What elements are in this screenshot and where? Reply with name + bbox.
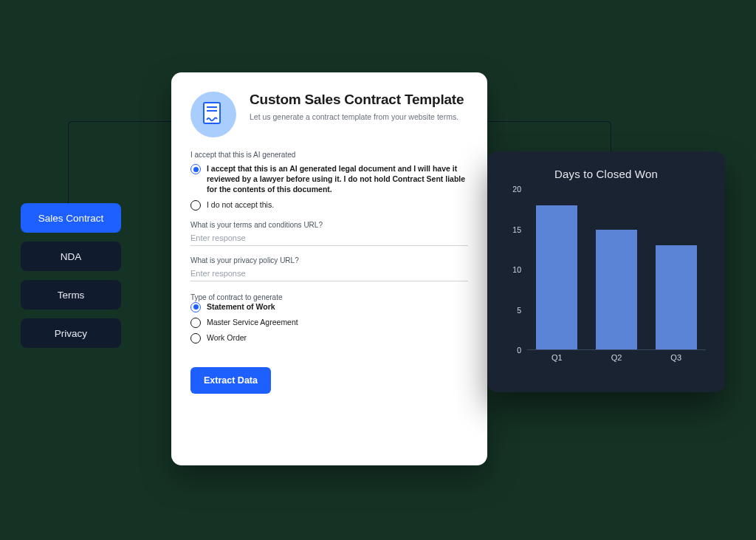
sidebar-item-sales-contract[interactable]: Sales Contract xyxy=(21,203,121,233)
radio-icon[interactable] xyxy=(190,333,201,344)
x-tick: Q3 xyxy=(646,353,706,366)
contract-type-option-2[interactable]: Master Service Agreement xyxy=(190,317,468,328)
radio-label: Work Order xyxy=(207,332,247,343)
radio-label: Master Service Agreement xyxy=(207,317,298,327)
privacy-url-input[interactable] xyxy=(190,264,468,281)
accept-option-1[interactable]: I accept that this is an AI generated le… xyxy=(190,163,468,195)
sidebar-item-privacy[interactable]: Privacy xyxy=(21,318,121,348)
chart-bar xyxy=(596,230,637,351)
radio-icon[interactable] xyxy=(190,318,201,328)
chart-card: Days to Closed Won 05101520 Q1Q2Q3 xyxy=(487,151,725,392)
x-axis-labels: Q1Q2Q3 xyxy=(527,353,706,366)
sidebar-item-label: Terms xyxy=(58,290,85,301)
x-tick: Q1 xyxy=(527,353,587,366)
chart-bar xyxy=(536,205,577,350)
y-tick: 10 xyxy=(512,265,521,274)
sidebar-item-nda[interactable]: NDA xyxy=(21,242,121,271)
connector-left xyxy=(68,121,173,207)
page-subtitle: Let us generate a contract template from… xyxy=(250,112,464,123)
contract-type-option-1[interactable]: Statement of Work xyxy=(190,301,468,312)
sidebar-item-label: Privacy xyxy=(55,328,87,339)
card-header: Custom Sales Contract Template Let us ge… xyxy=(190,92,468,137)
radio-label: I do not accept this. xyxy=(207,199,274,210)
terms-url-input[interactable] xyxy=(190,229,468,246)
form-card: Custom Sales Contract Template Let us ge… xyxy=(171,72,487,465)
sidebar-item-label: Sales Contract xyxy=(38,213,104,224)
radio-icon[interactable] xyxy=(190,200,201,211)
radio-icon[interactable] xyxy=(190,302,201,312)
radio-label: Statement of Work xyxy=(207,301,275,312)
y-tick: 0 xyxy=(517,346,521,355)
sidebar-item-label: NDA xyxy=(61,251,82,262)
radio-icon[interactable] xyxy=(190,164,201,174)
sidebar-item-terms[interactable]: Terms xyxy=(21,280,121,310)
button-label: Extract Data xyxy=(204,375,258,386)
chart-bar xyxy=(656,245,697,350)
page-title: Custom Sales Contract Template xyxy=(250,92,464,108)
extract-data-button[interactable]: Extract Data xyxy=(190,367,271,394)
privacy-url-label: What is your privacy policy URL? xyxy=(190,256,468,264)
baseline xyxy=(527,349,706,350)
plot-area xyxy=(527,189,706,350)
x-tick: Q2 xyxy=(587,353,647,366)
contract-type-option-3[interactable]: Work Order xyxy=(190,332,468,344)
accept-section-label: I accept that this is AI generated xyxy=(190,151,468,159)
accept-option-2[interactable]: I do not accept this. xyxy=(190,199,468,211)
y-tick: 20 xyxy=(512,185,521,194)
contract-type-label: Type of contract to generate xyxy=(190,293,468,301)
chart-title: Days to Closed Won xyxy=(502,168,710,180)
y-axis: 05101520 xyxy=(502,189,524,350)
sidebar: Sales Contract NDA Terms Privacy xyxy=(21,203,121,348)
chart-area: 05101520 Q1Q2Q3 xyxy=(502,189,710,366)
y-tick: 5 xyxy=(517,306,521,315)
terms-url-label: What is your terms and conditions URL? xyxy=(190,221,468,229)
radio-label: I accept that this is an AI generated le… xyxy=(207,163,468,195)
y-tick: 15 xyxy=(512,225,521,234)
document-signature-icon xyxy=(190,92,236,137)
